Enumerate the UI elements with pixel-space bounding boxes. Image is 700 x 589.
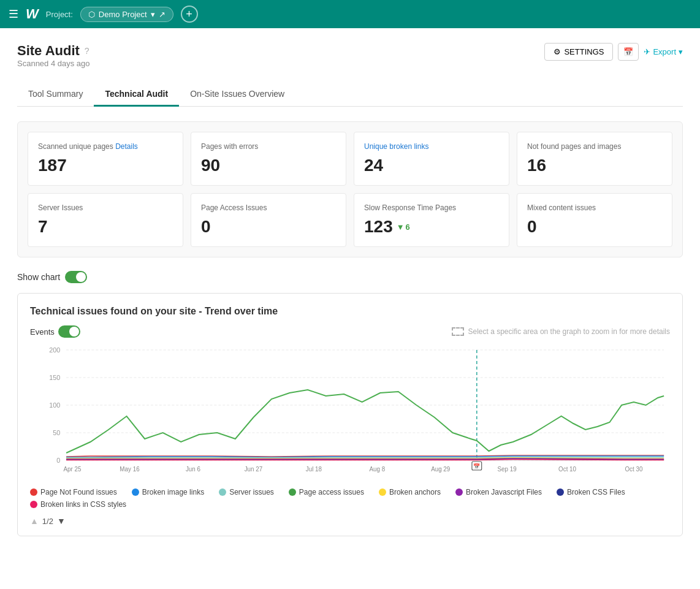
- stat-label-server: Server Issues: [38, 203, 173, 212]
- stat-scanned-pages: Scanned unique pages Details 187: [28, 132, 183, 186]
- title-row: Site Audit ?: [17, 43, 90, 59]
- stat-value-slow: 123 ▼ 6: [364, 217, 499, 237]
- chart-hint: Select a specific area on the graph to z…: [452, 327, 670, 336]
- chart-legend: Page Not Found issues Broken image links…: [30, 488, 670, 509]
- trend-chart[interactable]: 200 150 100 50 0 📅: [30, 344, 670, 479]
- svg-text:Jun 27: Jun 27: [245, 466, 263, 473]
- stat-details-link[interactable]: Details: [115, 142, 138, 151]
- legend-label-broken-js: Broken Javascript Files: [466, 488, 542, 496]
- stat-label-slow: Slow Response Time Pages: [364, 203, 499, 212]
- stats-grid-row2: Server Issues 7 Page Access Issues 0 Slo…: [28, 193, 672, 247]
- chevron-down-icon: ▾: [151, 10, 155, 19]
- stat-value-scanned: 187: [38, 156, 173, 175]
- legend-dot-broken-image: [132, 488, 139, 496]
- stat-label-notfound: Not found pages and images: [527, 142, 662, 151]
- legend-page-not-found: Page Not Found issues: [30, 488, 117, 496]
- add-project-button[interactable]: +: [181, 6, 198, 23]
- project-name: Demo Project: [99, 10, 147, 19]
- tab-onsite-issues[interactable]: On-Site Issues Overview: [179, 83, 295, 107]
- settings-button[interactable]: ⚙ SETTINGS: [544, 43, 613, 61]
- stat-label-broken: Unique broken links: [364, 142, 499, 151]
- tab-bar: Tool Summary Technical Audit On-Site Iss…: [17, 83, 683, 107]
- show-chart-label: Show chart: [17, 272, 60, 282]
- stat-value-broken: 24: [364, 156, 499, 175]
- main-content: Site Audit ? Scanned 4 days ago ⚙ SETTIN…: [0, 28, 700, 589]
- events-toggle-btn[interactable]: [58, 325, 80, 338]
- stat-value-mixed: 0: [527, 217, 662, 237]
- svg-text:150: 150: [49, 374, 60, 381]
- chevron-down-icon: ▼: [397, 222, 405, 232]
- export-chevron-icon: ▾: [679, 47, 683, 56]
- svg-text:Oct 10: Oct 10: [558, 466, 576, 473]
- svg-text:Aug 29: Aug 29: [431, 466, 451, 473]
- stats-container: Scanned unique pages Details 187 Pages w…: [17, 121, 683, 257]
- stat-label-scanned: Scanned unique pages Details: [38, 142, 173, 151]
- project-icon: ⬡: [88, 10, 95, 19]
- tab-technical-audit[interactable]: Technical Audit: [94, 83, 179, 107]
- menu-icon[interactable]: ☰: [9, 7, 18, 21]
- chart-title: Technical issues found on your site - Tr…: [30, 306, 670, 317]
- legend-label-page-access: Page access issues: [299, 488, 364, 496]
- zoom-hint-icon: [452, 327, 464, 336]
- svg-text:200: 200: [49, 346, 60, 354]
- calendar-icon: 📅: [623, 47, 633, 56]
- legend-label-server: Server issues: [229, 488, 274, 496]
- svg-text:50: 50: [53, 429, 60, 436]
- legend-label-broken-anchors: Broken anchors: [389, 488, 441, 496]
- legend-broken-image: Broken image links: [132, 488, 204, 496]
- chart-controls: Events Select a specific area on the gra…: [30, 325, 670, 338]
- stat-page-access: Page Access Issues 0: [191, 193, 346, 247]
- pagination-next[interactable]: ▼: [57, 516, 66, 526]
- legend-label-page-not-found: Page Not Found issues: [40, 488, 117, 496]
- legend-broken-anchors: Broken anchors: [379, 488, 441, 496]
- stat-label-errors: Pages with errors: [201, 142, 336, 151]
- page-title-section: Site Audit ? Scanned 4 days ago: [17, 43, 90, 79]
- stat-slow-response: Slow Response Time Pages 123 ▼ 6: [354, 193, 509, 247]
- svg-text:Sep 19: Sep 19: [497, 466, 517, 473]
- settings-label: SETTINGS: [564, 47, 604, 56]
- svg-text:Oct 30: Oct 30: [625, 466, 642, 473]
- show-chart-toggle[interactable]: [65, 271, 87, 283]
- legend-dot-server: [219, 488, 226, 496]
- legend-dot-broken-anchors: [379, 488, 386, 496]
- svg-text:0: 0: [56, 457, 60, 464]
- svg-text:Aug 8: Aug 8: [369, 466, 385, 473]
- gear-icon: ⚙: [554, 47, 561, 56]
- stat-value-server: 7: [38, 217, 173, 237]
- legend-label-broken-css-links: Broken links in CSS styles: [40, 500, 126, 509]
- svg-text:📅: 📅: [473, 463, 481, 470]
- pagination-info: 1/2: [42, 517, 53, 526]
- export-icon: ✈: [644, 47, 650, 56]
- zoom-hint-text: Select a specific area on the graph to z…: [468, 327, 670, 336]
- svg-text:Jul 18: Jul 18: [306, 466, 322, 473]
- help-icon[interactable]: ?: [85, 46, 89, 56]
- export-label: Export: [653, 47, 676, 56]
- chart-pagination: ▲ 1/2 ▼: [30, 516, 670, 526]
- legend-label-broken-css: Broken CSS Files: [567, 488, 625, 496]
- legend-dot-page-not-found: [30, 488, 37, 496]
- project-label: Project:: [46, 10, 73, 19]
- events-toggle: Events: [30, 325, 80, 338]
- legend-dot-broken-css-links: [30, 501, 37, 508]
- tab-tool-summary[interactable]: Tool Summary: [17, 83, 94, 107]
- pagination-prev[interactable]: ▲: [30, 516, 39, 526]
- stat-server-issues: Server Issues 7: [28, 193, 183, 247]
- legend-broken-css-links: Broken links in CSS styles: [30, 500, 126, 509]
- page-header: Site Audit ? Scanned 4 days ago ⚙ SETTIN…: [17, 43, 683, 79]
- header-actions: ⚙ SETTINGS 📅 ✈ Export ▾: [544, 43, 683, 61]
- svg-text:Apr 25: Apr 25: [63, 466, 81, 473]
- logo-icon: W: [26, 6, 39, 22]
- legend-dot-page-access: [289, 488, 296, 496]
- legend-server-issues: Server issues: [219, 488, 274, 496]
- svg-text:Jun 6: Jun 6: [186, 466, 201, 473]
- stat-label-access: Page Access Issues: [201, 203, 336, 212]
- slow-response-badge: ▼ 6: [397, 222, 410, 232]
- project-selector[interactable]: ⬡ Demo Project ▾ ↗: [80, 7, 173, 22]
- chart-section: Technical issues found on your site - Tr…: [17, 293, 683, 536]
- broken-links-link[interactable]: Unique broken links: [364, 142, 428, 151]
- stat-label-mixed: Mixed content issues: [527, 203, 662, 212]
- calendar-button[interactable]: 📅: [618, 43, 639, 61]
- chart-wrapper: 200 150 100 50 0 📅: [30, 344, 670, 481]
- export-button[interactable]: ✈ Export ▾: [644, 47, 683, 56]
- legend-page-access: Page access issues: [289, 488, 364, 496]
